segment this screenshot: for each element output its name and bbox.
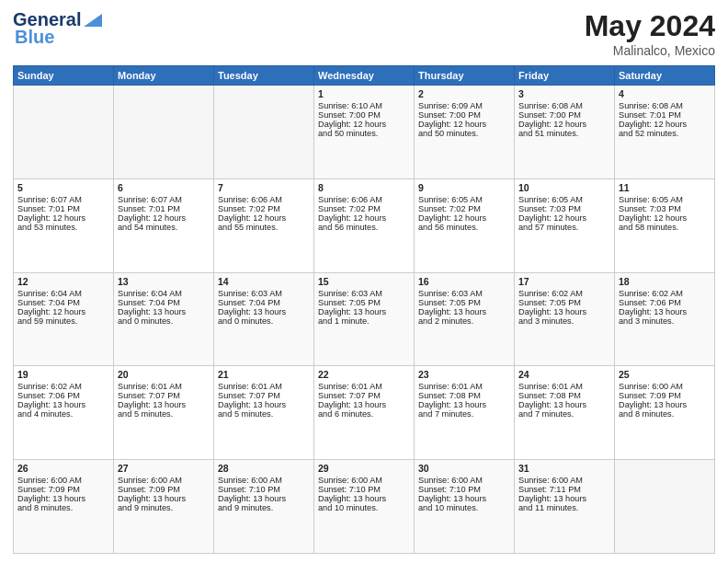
day-number: 19 — [17, 369, 109, 380]
day-cell: 16Sunrise: 6:03 AMSunset: 7:05 PMDayligh… — [415, 272, 515, 366]
logo-blue: Blue — [15, 27, 54, 48]
day-number: 29 — [318, 463, 410, 474]
day-info-line: and 9 minutes. — [118, 503, 210, 512]
day-cell — [14, 86, 114, 179]
day-number: 24 — [518, 369, 610, 380]
header-row: SundayMondayTuesdayWednesdayThursdayFrid… — [14, 66, 715, 86]
day-number: 3 — [518, 88, 610, 99]
day-info-line: and 5 minutes. — [118, 409, 210, 419]
day-info-line: Daylight: 12 hours — [418, 213, 510, 223]
day-cell: 26Sunrise: 6:00 AMSunset: 7:09 PMDayligh… — [14, 460, 114, 554]
day-info-line: Sunset: 7:08 PM — [518, 391, 610, 400]
day-info-line: Sunset: 7:05 PM — [518, 298, 610, 307]
day-info-line: Sunrise: 6:07 AM — [118, 195, 210, 204]
day-info-line: Daylight: 12 hours — [518, 213, 610, 223]
day-number: 20 — [118, 369, 210, 380]
day-info-line: Daylight: 13 hours — [418, 400, 510, 409]
day-info-line: and 7 minutes. — [418, 409, 510, 419]
calendar-table: SundayMondayTuesdayWednesdayThursdayFrid… — [13, 65, 715, 554]
day-info-line: Sunrise: 6:05 AM — [518, 195, 610, 204]
day-info-line: and 5 minutes. — [218, 409, 310, 419]
day-info-line: Sunset: 7:04 PM — [218, 298, 310, 307]
day-number: 25 — [619, 369, 711, 380]
header: General Blue May 2024 Malinalco, Mexico — [13, 9, 715, 58]
day-cell: 6Sunrise: 6:07 AMSunset: 7:01 PMDaylight… — [114, 178, 214, 272]
day-info-line: Daylight: 13 hours — [518, 494, 610, 503]
day-info-line: and 55 minutes. — [218, 223, 310, 232]
day-info-line: and 53 minutes. — [17, 223, 109, 232]
day-info-line: Sunset: 7:10 PM — [418, 485, 510, 494]
day-cell: 30Sunrise: 6:00 AMSunset: 7:10 PMDayligh… — [415, 460, 515, 554]
day-cell: 2Sunrise: 6:09 AMSunset: 7:00 PMDaylight… — [415, 86, 515, 179]
day-info-line: Sunset: 7:00 PM — [518, 110, 610, 120]
day-number: 23 — [418, 369, 510, 380]
day-info-line: and 0 minutes. — [118, 316, 210, 326]
day-info-line: and 52 minutes. — [619, 129, 711, 138]
day-info-line: Daylight: 13 hours — [218, 307, 310, 316]
day-number: 6 — [118, 182, 210, 193]
day-info-line: Sunrise: 6:03 AM — [218, 289, 310, 298]
day-info-line: Sunrise: 6:08 AM — [619, 101, 711, 110]
day-number: 4 — [619, 88, 711, 99]
day-cell: 10Sunrise: 6:05 AMSunset: 7:03 PMDayligh… — [515, 178, 615, 272]
day-info-line: Daylight: 13 hours — [318, 307, 410, 316]
day-cell: 29Sunrise: 6:00 AMSunset: 7:10 PMDayligh… — [314, 460, 415, 554]
day-number: 11 — [619, 182, 711, 193]
calendar-body: 1Sunrise: 6:10 AMSunset: 7:00 PMDaylight… — [14, 86, 715, 554]
page: General Blue May 2024 Malinalco, Mexico … — [0, 0, 728, 563]
day-info-line: and 4 minutes. — [17, 409, 109, 419]
day-cell: 17Sunrise: 6:02 AMSunset: 7:05 PMDayligh… — [515, 272, 615, 366]
day-number: 27 — [118, 463, 210, 474]
day-header-thursday: Thursday — [415, 66, 515, 86]
day-cell — [214, 86, 314, 179]
day-cell: 18Sunrise: 6:02 AMSunset: 7:06 PMDayligh… — [615, 272, 715, 366]
day-info-line: Daylight: 12 hours — [218, 213, 310, 223]
day-info-line: Daylight: 12 hours — [318, 120, 410, 129]
week-row-2: 5Sunrise: 6:07 AMSunset: 7:01 PMDaylight… — [14, 178, 715, 272]
day-cell: 5Sunrise: 6:07 AMSunset: 7:01 PMDaylight… — [14, 178, 114, 272]
day-info-line: Sunset: 7:05 PM — [418, 298, 510, 307]
day-info-line: Sunset: 7:10 PM — [318, 485, 410, 494]
day-number: 14 — [218, 276, 310, 287]
day-info-line: Daylight: 12 hours — [418, 120, 510, 129]
day-cell: 1Sunrise: 6:10 AMSunset: 7:00 PMDaylight… — [314, 86, 415, 179]
day-info-line: Sunset: 7:05 PM — [318, 298, 410, 307]
day-info-line: Daylight: 13 hours — [518, 400, 610, 409]
day-cell: 28Sunrise: 6:00 AMSunset: 7:10 PMDayligh… — [214, 460, 314, 554]
day-cell: 31Sunrise: 6:00 AMSunset: 7:11 PMDayligh… — [515, 460, 615, 554]
day-info-line: Daylight: 13 hours — [619, 307, 711, 316]
day-info-line: and 8 minutes. — [619, 409, 711, 419]
day-info-line: and 0 minutes. — [218, 316, 310, 326]
day-info-line: Sunset: 7:06 PM — [17, 391, 109, 400]
day-info-line: and 3 minutes. — [619, 316, 711, 326]
svg-marker-0 — [84, 14, 102, 27]
week-row-4: 19Sunrise: 6:02 AMSunset: 7:06 PMDayligh… — [14, 366, 715, 460]
day-cell: 21Sunrise: 6:01 AMSunset: 7:07 PMDayligh… — [214, 366, 314, 460]
day-cell: 11Sunrise: 6:05 AMSunset: 7:03 PMDayligh… — [615, 178, 715, 272]
day-number: 16 — [418, 276, 510, 287]
day-info-line: Sunset: 7:00 PM — [318, 110, 410, 120]
day-info-line: Daylight: 13 hours — [118, 400, 210, 409]
day-info-line: Daylight: 13 hours — [318, 400, 410, 409]
day-info-line: Daylight: 13 hours — [418, 494, 510, 503]
day-info-line: Sunset: 7:09 PM — [17, 485, 109, 494]
day-info-line: Daylight: 12 hours — [619, 120, 711, 129]
day-number: 1 — [318, 88, 410, 99]
day-info-line: Daylight: 12 hours — [118, 213, 210, 223]
day-cell: 22Sunrise: 6:01 AMSunset: 7:07 PMDayligh… — [314, 366, 415, 460]
day-info-line: Sunrise: 6:06 AM — [318, 195, 410, 204]
week-row-5: 26Sunrise: 6:00 AMSunset: 7:09 PMDayligh… — [14, 460, 715, 554]
day-number: 8 — [318, 182, 410, 193]
day-cell: 27Sunrise: 6:00 AMSunset: 7:09 PMDayligh… — [114, 460, 214, 554]
day-cell: 8Sunrise: 6:06 AMSunset: 7:02 PMDaylight… — [314, 178, 415, 272]
day-number: 31 — [518, 463, 610, 474]
day-info-line: and 50 minutes. — [418, 129, 510, 138]
day-info-line: and 8 minutes. — [17, 503, 109, 512]
day-info-line: Daylight: 13 hours — [518, 307, 610, 316]
day-info-line: Sunrise: 6:02 AM — [17, 382, 109, 391]
day-info-line: and 57 minutes. — [518, 223, 610, 232]
day-number: 30 — [418, 463, 510, 474]
day-cell: 9Sunrise: 6:05 AMSunset: 7:02 PMDaylight… — [415, 178, 515, 272]
day-header-wednesday: Wednesday — [314, 66, 415, 86]
day-info-line: Daylight: 13 hours — [218, 400, 310, 409]
